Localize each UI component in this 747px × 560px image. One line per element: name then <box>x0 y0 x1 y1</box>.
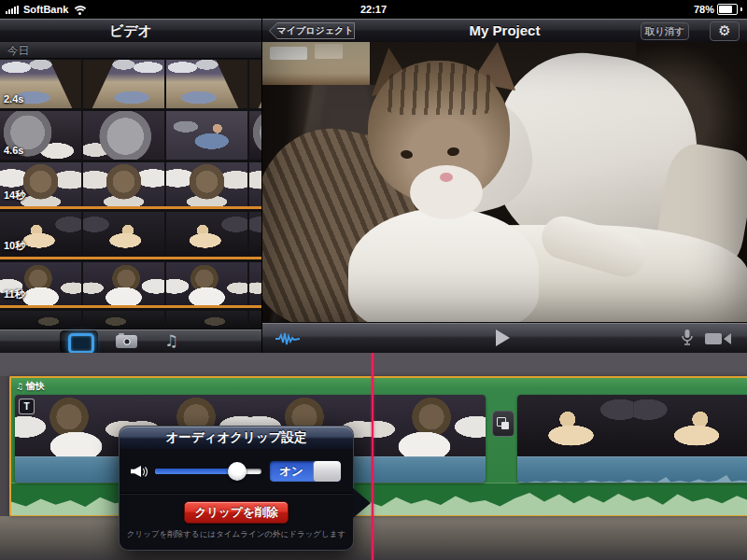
popup-hint: クリップを削除するにはタイムラインの外にドラッグします <box>120 529 353 540</box>
music-note-icon: ♫ <box>16 382 23 391</box>
video-thumbnail[interactable] <box>249 311 261 329</box>
library-title: ビデオ <box>0 19 261 42</box>
clip2-waveform-spikes <box>517 474 747 483</box>
video-row-1[interactable]: 2.4s <box>0 60 261 108</box>
volume-slider-fill <box>155 469 237 474</box>
tab-video[interactable] <box>68 333 94 354</box>
clip-duration: 11秒 <box>4 287 25 301</box>
clock: 22:17 <box>0 4 747 15</box>
audio-clip-label: 愉快 <box>26 380 45 393</box>
my-projects-back-label: マイプロジェクト <box>270 23 354 38</box>
transition-button[interactable] <box>492 411 514 437</box>
video-thumbnail[interactable] <box>83 162 164 206</box>
audio-on-toggle[interactable]: オン <box>269 460 342 483</box>
gear-icon: ⚙ <box>718 24 730 38</box>
video-thumbnail[interactable] <box>83 212 164 257</box>
video-thumbnail[interactable] <box>83 311 164 329</box>
video-row-4[interactable]: 10秒 <box>0 212 261 259</box>
video-row-5[interactable]: 11秒 <box>0 262 261 308</box>
video-row-6-partial[interactable] <box>0 311 261 329</box>
video-thumbnail[interactable] <box>83 262 164 305</box>
record-camera-lens-icon <box>724 333 731 344</box>
video-thumbnail[interactable] <box>83 111 164 160</box>
popup-title: オーディオクリップ設定 <box>120 427 353 449</box>
video-thumbnail[interactable] <box>166 60 247 108</box>
title-badge: T <box>19 399 35 414</box>
video-thumbnail[interactable] <box>249 162 261 206</box>
audio-clip-header: ♫ 愉快 <box>16 379 45 393</box>
video-thumbnail[interactable] <box>166 212 247 257</box>
undo-button[interactable]: 取り消す <box>641 22 689 40</box>
status-bar: SoftBank 22:17 78% <box>0 0 747 19</box>
battery-percent: 78% <box>694 4 714 15</box>
preview-vignette <box>262 42 747 322</box>
battery-icon <box>717 4 738 15</box>
toggle-knob <box>313 461 341 482</box>
play-button[interactable] <box>496 329 510 346</box>
video-thumbnail[interactable] <box>166 311 247 329</box>
popup-divider <box>120 493 353 494</box>
battery-nub <box>740 7 742 11</box>
video-thumbnail[interactable] <box>166 111 247 160</box>
clip-duration: 14秒 <box>4 189 25 203</box>
transition-icon-front <box>501 422 509 429</box>
status-right: 78% <box>694 0 742 19</box>
audio-clip-settings-popup: オーディオクリップ設定 オン クリップを削除 クリップを削除するにはタイムライン… <box>119 426 354 551</box>
imovie-app: SoftBank 22:17 78% ビデオ My Project マイプロジェ… <box>0 0 747 560</box>
clip-duration: 10秒 <box>4 239 25 253</box>
audio-waveform-view-icon[interactable] <box>275 331 300 346</box>
volume-slider[interactable] <box>155 462 261 481</box>
video-thumbnail[interactable] <box>249 111 261 160</box>
section-header-today: 今日 <box>0 42 261 59</box>
record-camera-icon[interactable] <box>705 333 722 344</box>
video-thumbnail[interactable] <box>166 262 247 305</box>
clip-frame <box>368 395 486 456</box>
clip-frame <box>634 395 747 456</box>
volume-slider-thumb[interactable] <box>228 462 247 481</box>
clip-frame <box>517 395 634 456</box>
record-voiceover-mic-icon[interactable] <box>681 329 694 347</box>
settings-button[interactable]: ⚙ <box>710 21 740 41</box>
video-thumbnail[interactable] <box>249 212 261 257</box>
video-thumbnail[interactable] <box>249 60 261 108</box>
video-preview[interactable] <box>262 42 747 322</box>
video-thumbnail[interactable] <box>83 60 164 108</box>
speaker-icon <box>131 464 148 479</box>
library-header: ビデオ <box>0 19 261 43</box>
video-library: 2.4s 4.6s 14秒 10秒 11秒 <box>0 59 261 329</box>
clip2-thumbnails <box>517 395 747 456</box>
clip-duration: 2.4s <box>4 93 23 105</box>
video-thumbnail[interactable] <box>0 311 81 329</box>
video-row-3[interactable]: 14秒 <box>0 162 261 209</box>
tab-audio-music-icon[interactable]: ♫ <box>164 331 178 350</box>
toggle-on-label: オン <box>270 461 313 482</box>
project-header: My Project マイプロジェクト 取り消す ⚙ <box>262 19 747 43</box>
timeline[interactable]: ♫ 愉快 T <box>0 353 747 560</box>
delete-clip-button[interactable]: クリップを削除 <box>184 501 289 524</box>
playhead[interactable] <box>372 353 374 560</box>
clip2-audio-strip <box>517 456 747 483</box>
timeline-video-clip-2[interactable] <box>517 395 747 483</box>
video-thumbnail[interactable] <box>166 162 247 206</box>
media-tabs-toolbar: ♫ <box>0 329 261 354</box>
playback-toolbar <box>262 322 747 354</box>
video-thumbnail[interactable] <box>249 262 261 305</box>
popup-callout-arrow <box>353 488 371 518</box>
my-projects-back-button[interactable]: マイプロジェクト <box>269 22 355 39</box>
video-row-2[interactable]: 4.6s <box>0 111 261 160</box>
volume-row: オン <box>120 449 353 483</box>
clip-duration: 4.6s <box>4 145 23 156</box>
tab-photos-camera-icon[interactable] <box>116 335 137 348</box>
